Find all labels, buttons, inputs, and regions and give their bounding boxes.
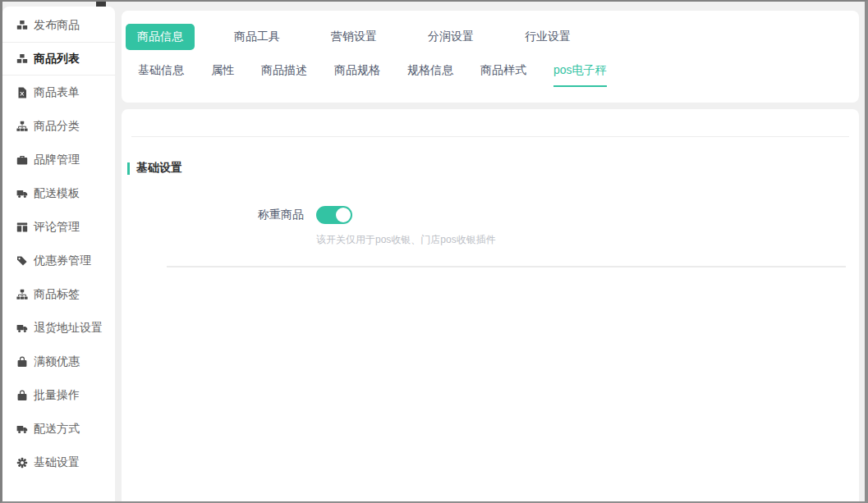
truck-icon — [16, 322, 28, 334]
sidebar-item-商品标签[interactable]: 商品标签 — [2, 277, 115, 311]
sidebar-item-label: 退货地址设置 — [34, 321, 103, 336]
sidebar-item-label: 商品标签 — [34, 287, 80, 302]
section-header: 基础设置 — [122, 161, 859, 176]
sidebar-item-退货地址设置[interactable]: 退货地址设置 — [2, 311, 115, 345]
tab-商品工具[interactable]: 商品工具 — [223, 24, 292, 50]
sidebar-item-基础设置[interactable]: 基础设置 — [2, 446, 115, 479]
sidebar-item-label: 满额优惠 — [34, 354, 80, 369]
main-tab-bar: 商品信息商品工具营销设置分润设置行业设置 — [126, 24, 859, 50]
sidebar-menu: 发布商品商品列表商品表单商品分类品牌管理配送模板评论管理优惠券管理商品标签退货地… — [2, 7, 115, 501]
form-divider — [167, 266, 846, 268]
subtab-基础信息[interactable]: 基础信息 — [138, 63, 184, 87]
sidebar-item-label: 配送模板 — [34, 186, 80, 201]
subtab-商品描述[interactable]: 商品描述 — [261, 63, 307, 87]
tab-分润设置[interactable]: 分润设置 — [416, 24, 485, 50]
sidebar-item-优惠券管理[interactable]: 优惠券管理 — [2, 244, 115, 277]
sub-tab-bar: 基础信息属性商品描述商品规格规格信息商品样式pos电子秤 — [126, 63, 859, 87]
subtab-商品样式[interactable]: 商品样式 — [480, 63, 526, 87]
sitemap-icon — [16, 121, 28, 132]
sidebar-item-发布商品[interactable]: 发布商品 — [2, 8, 115, 42]
gear-icon — [16, 457, 28, 469]
tab-行业设置[interactable]: 行业设置 — [513, 24, 582, 50]
subtab-属性[interactable]: 属性 — [211, 63, 234, 87]
briefcase-icon — [16, 154, 28, 166]
tab-商品信息[interactable]: 商品信息 — [126, 24, 195, 50]
sidebar-item-商品分类[interactable]: 商品分类 — [2, 109, 115, 143]
sidebar-item-商品表单[interactable]: 商品表单 — [2, 75, 115, 109]
sidebar-item-label: 商品表单 — [34, 85, 80, 100]
content-panel: 基础设置 称重商品 该开关仅用于pos收银、门店pos收银插件 — [122, 109, 859, 501]
tags-icon — [16, 255, 28, 267]
truck-icon — [16, 423, 28, 435]
sidebar-item-配送方式[interactable]: 配送方式 — [2, 412, 115, 446]
sidebar-item-label: 批量操作 — [34, 388, 80, 403]
file-excel-icon — [16, 87, 28, 98]
subtab-商品规格[interactable]: 商品规格 — [334, 63, 380, 87]
tab-营销设置[interactable]: 营销设置 — [319, 24, 388, 50]
sidebar-item-label: 配送方式 — [34, 422, 80, 437]
sidebar-item-商品列表[interactable]: 商品列表 — [2, 42, 115, 75]
subtab-规格信息[interactable]: 规格信息 — [407, 63, 453, 87]
sidebar-item-label: 优惠券管理 — [34, 254, 91, 268]
app-window: 发布商品商品列表商品表单商品分类品牌管理配送模板评论管理优惠券管理商品标签退货地… — [0, 0, 868, 503]
weight-product-row: 称重商品 — [122, 206, 859, 224]
truck-icon — [16, 188, 28, 199]
subtab-pos电子秤[interactable]: pos电子秤 — [553, 63, 607, 87]
weight-product-toggle[interactable] — [316, 206, 352, 224]
shopping-bag-icon — [16, 390, 28, 401]
sitemap-icon — [16, 289, 28, 300]
sidebar-item-label: 评论管理 — [34, 220, 80, 235]
cubes-icon — [16, 20, 28, 31]
sidebar-item-满额优惠[interactable]: 满额优惠 — [2, 345, 115, 378]
weight-product-hint: 该开关仅用于pos收银、门店pos收银插件 — [316, 233, 859, 247]
sidebar-item-配送模板[interactable]: 配送模板 — [2, 176, 115, 210]
sidebar-item-label: 商品列表 — [34, 52, 80, 66]
weight-product-label: 称重商品 — [122, 208, 304, 222]
sidebar-item-批量操作[interactable]: 批量操作 — [2, 378, 115, 412]
sidebar-item-label: 品牌管理 — [34, 153, 80, 167]
sidebar-item-label: 商品分类 — [34, 119, 80, 134]
sidebar-item-品牌管理[interactable]: 品牌管理 — [2, 143, 115, 176]
columns-icon — [16, 222, 28, 233]
sidebar-item-评论管理[interactable]: 评论管理 — [2, 210, 115, 244]
sidebar-item-label: 发布商品 — [34, 18, 80, 33]
header-panel: 商品信息商品工具营销设置分润设置行业设置 基础信息属性商品描述商品规格规格信息商… — [122, 11, 859, 103]
cubes-icon — [16, 53, 28, 65]
toggle-knob-icon — [336, 208, 351, 222]
content-head-divider — [131, 109, 849, 137]
shopping-bag-icon — [16, 356, 28, 368]
section-accent-bar — [127, 162, 130, 175]
sidebar-item-label: 基础设置 — [34, 455, 80, 470]
section-title: 基础设置 — [136, 161, 182, 176]
